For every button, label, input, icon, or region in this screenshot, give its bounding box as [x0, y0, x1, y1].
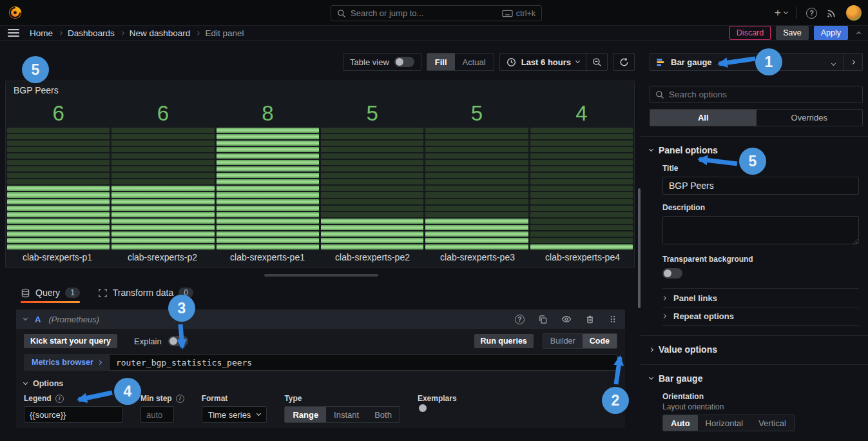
bgp-peers-panel: BGP Peers 668554 clab-srexperts-p1clab-s…	[5, 81, 635, 268]
lcd-cell	[7, 166, 110, 172]
orientation-vertical-option[interactable]: Vertical	[751, 415, 794, 431]
lcd-cell	[530, 179, 633, 184]
options-collapse-header[interactable]: Options	[24, 379, 617, 388]
type-field: Type Range Instant Both	[284, 394, 400, 423]
apply-button[interactable]: Apply	[814, 26, 848, 40]
lcd-cell	[425, 134, 528, 139]
bar-value: 6	[7, 103, 110, 124]
pane-resize-handle[interactable]	[264, 274, 378, 277]
keyboard-shortcut: ctrl+k	[502, 9, 535, 18]
legend-input[interactable]	[24, 406, 123, 423]
kick-start-query-button[interactable]: Kick start your query	[24, 334, 117, 348]
promql-expression-input[interactable]	[109, 354, 617, 371]
metrics-browser-button[interactable]: Metrics browser	[24, 354, 109, 371]
tab-transform-data[interactable]: Transform data 0	[98, 284, 193, 302]
collapse-query-icon[interactable]	[23, 316, 28, 320]
panel-options-section-header[interactable]: Panel options	[650, 137, 863, 155]
visualization-name: Bar gauge	[671, 57, 712, 67]
orientation-label: Orientation	[662, 392, 863, 401]
panel-links-row[interactable]: Panel links	[662, 288, 859, 307]
lcd-cell	[217, 244, 319, 250]
duplicate-query-icon[interactable]	[538, 315, 548, 324]
transparent-background-toggle[interactable]	[662, 268, 682, 279]
keyboard-icon	[502, 10, 513, 17]
lcd-cell	[321, 238, 423, 243]
table-view-toggle[interactable]	[394, 57, 414, 67]
filter-all-tab[interactable]: All	[650, 110, 757, 126]
type-range-option[interactable]: Range	[285, 407, 326, 422]
breadcrumb-home[interactable]: Home	[30, 28, 53, 38]
builder-option[interactable]: Builder	[543, 334, 583, 348]
bar-gauge-section-header[interactable]: Bar gauge	[650, 365, 863, 384]
bar-value: 8	[217, 103, 319, 124]
exemplars-label: Exemplars	[418, 394, 457, 403]
lcd-cell	[217, 206, 319, 211]
save-button[interactable]: Save	[776, 26, 809, 40]
panel-title-input[interactable]	[662, 177, 859, 195]
help-icon[interactable]: ?	[806, 8, 817, 19]
fill-actual-group: Fill Actual	[427, 53, 494, 71]
min-step-input[interactable]	[140, 406, 174, 423]
filter-overrides-tab[interactable]: Overrides	[757, 110, 863, 126]
description-textarea[interactable]	[662, 216, 859, 244]
query-help-icon[interactable]: ?	[515, 315, 525, 324]
code-option[interactable]: Code	[583, 334, 617, 348]
orientation-horizontal-option[interactable]: Horizontal	[698, 415, 751, 431]
lcd-cell	[321, 141, 423, 146]
search-input[interactable]	[351, 8, 497, 18]
lcd-cell	[111, 212, 214, 217]
time-range-button[interactable]: Last 6 hours	[500, 54, 586, 70]
query-ref-id: A	[35, 315, 41, 324]
zoom-out-button[interactable]	[586, 54, 607, 70]
new-menu-button[interactable]: +	[775, 6, 787, 19]
avatar[interactable]	[846, 5, 862, 21]
breadcrumb-dashboards[interactable]: Dashboards	[68, 28, 115, 38]
global-search[interactable]: ctrl+k	[331, 5, 542, 21]
bar-column	[217, 128, 319, 250]
actual-option[interactable]: Actual	[455, 54, 494, 70]
tab-query-label: Query	[35, 288, 60, 298]
lcd-cell	[111, 206, 214, 211]
drag-handle-icon[interactable]	[608, 315, 617, 324]
open-viz-picker-button[interactable]	[843, 54, 862, 70]
refresh-icon[interactable]	[613, 54, 634, 70]
lcd-cell	[217, 166, 319, 172]
visualization-picker[interactable]: Bar gauge	[650, 53, 863, 71]
lcd-cell	[7, 134, 110, 139]
collapse-options-pane-icon[interactable]	[856, 32, 861, 36]
bar-gauge-viz-icon	[656, 57, 666, 67]
news-icon[interactable]	[826, 8, 837, 19]
value-options-section-header[interactable]: Value options	[650, 336, 863, 355]
menu-icon[interactable]	[8, 29, 19, 37]
format-select[interactable]: Time series	[202, 406, 267, 423]
query-row-header[interactable]: A (Prometheus) ?	[16, 309, 625, 329]
delete-query-icon[interactable]	[585, 315, 595, 324]
repeat-options-row[interactable]: Repeat options	[662, 307, 859, 326]
breadcrumb-new-dashboard[interactable]: New dashboard	[130, 28, 191, 38]
plus-icon: +	[775, 6, 781, 19]
lcd-cell	[530, 166, 633, 172]
run-queries-button[interactable]: Run queries	[474, 334, 534, 348]
lcd-cell	[321, 199, 423, 204]
orientation-auto-option[interactable]: Auto	[663, 415, 698, 431]
lcd-cell	[7, 179, 110, 184]
search-options-box[interactable]	[650, 86, 863, 103]
min-step-field: Min step i	[140, 394, 184, 423]
panel-title[interactable]: BGP Peers	[6, 81, 634, 98]
type-instant-option[interactable]: Instant	[326, 407, 367, 422]
lcd-cell	[217, 173, 319, 178]
lcd-cell	[7, 199, 110, 204]
lcd-cell	[217, 128, 319, 133]
lcd-cell	[217, 231, 319, 237]
search-options-input[interactable]	[669, 90, 857, 99]
explain-toggle[interactable]	[168, 336, 188, 346]
grafana-logo-icon[interactable]	[8, 5, 23, 20]
type-both-option[interactable]: Both	[367, 407, 400, 422]
lcd-cell	[425, 153, 528, 159]
lcd-cell	[321, 134, 423, 139]
bar-column	[321, 128, 423, 250]
hide-query-icon[interactable]	[561, 314, 572, 324]
discard-button[interactable]: Discard	[729, 26, 771, 40]
tab-query[interactable]: Query 1	[21, 284, 80, 302]
fill-option[interactable]: Fill	[427, 54, 455, 70]
